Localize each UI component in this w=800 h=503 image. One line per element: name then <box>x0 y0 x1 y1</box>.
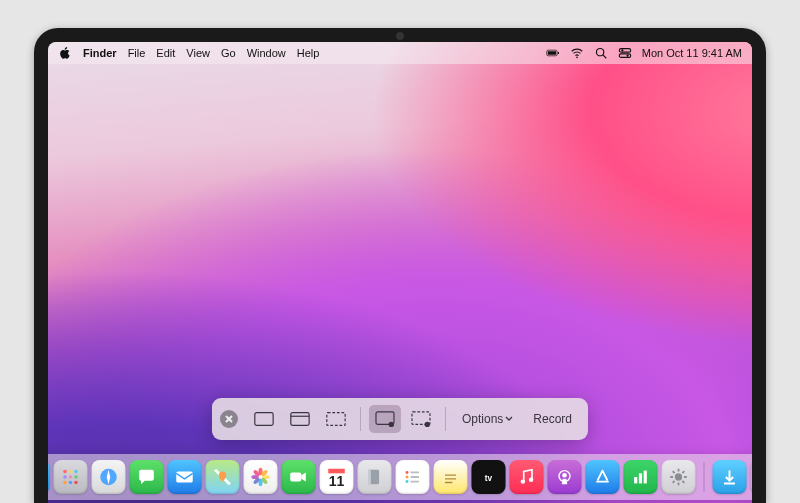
dock-trash[interactable] <box>751 460 753 494</box>
svg-rect-13 <box>291 413 309 426</box>
svg-point-8 <box>621 49 623 51</box>
dock-numbers[interactable] <box>624 460 658 494</box>
spotlight-icon[interactable] <box>594 46 608 60</box>
menubar-left: Finder FileEditViewGoWindowHelp <box>58 46 319 60</box>
svg-point-28 <box>74 475 78 479</box>
dock: 11tv <box>48 454 752 500</box>
dock-mail[interactable] <box>168 460 202 494</box>
screenshot-record-button[interactable]: Record <box>525 412 580 426</box>
camera-notch <box>396 32 404 40</box>
menubar-clock[interactable]: Mon Oct 11 9:41 AM <box>642 47 742 59</box>
laptop-frame: Finder FileEditViewGoWindowHelp Mon Oct … <box>34 28 766 503</box>
svg-point-23 <box>63 470 67 474</box>
svg-rect-12 <box>255 413 273 426</box>
menu-edit[interactable]: Edit <box>156 47 175 59</box>
svg-text:tv: tv <box>485 474 493 483</box>
menubar: Finder FileEditViewGoWindowHelp Mon Oct … <box>48 42 752 64</box>
record-label: Record <box>533 412 572 426</box>
svg-point-25 <box>74 470 78 474</box>
dock-notes[interactable] <box>434 460 468 494</box>
dock-downloads[interactable] <box>713 460 747 494</box>
svg-rect-7 <box>619 54 630 58</box>
svg-point-27 <box>69 475 73 479</box>
svg-rect-2 <box>547 51 555 55</box>
svg-point-58 <box>562 473 567 478</box>
svg-rect-60 <box>634 477 637 483</box>
wifi-icon[interactable] <box>570 46 584 60</box>
options-label: Options <box>462 412 503 426</box>
menu-window[interactable]: Window <box>247 47 286 59</box>
capture-entire-screen-button[interactable] <box>248 405 280 433</box>
menu-go[interactable]: Go <box>221 47 236 59</box>
svg-point-9 <box>626 54 628 56</box>
svg-point-57 <box>529 478 533 482</box>
screenshot-close-button[interactable] <box>220 410 238 428</box>
svg-point-4 <box>596 48 603 55</box>
svg-line-67 <box>682 481 684 483</box>
menubar-right: Mon Oct 11 9:41 AM <box>546 46 742 60</box>
dock-podcasts[interactable] <box>548 460 582 494</box>
dock-contacts[interactable] <box>358 460 392 494</box>
dock-reminders[interactable] <box>396 460 430 494</box>
toolbar-separator <box>360 407 361 431</box>
svg-point-56 <box>521 479 525 483</box>
svg-line-71 <box>673 471 675 473</box>
svg-rect-62 <box>644 471 647 484</box>
dock-music[interactable] <box>510 460 544 494</box>
dock-calendar[interactable]: 11 <box>320 460 354 494</box>
dock-settings[interactable] <box>662 460 696 494</box>
svg-rect-33 <box>176 472 193 483</box>
dock-maps[interactable] <box>206 460 240 494</box>
dock-tv[interactable]: tv <box>472 460 506 494</box>
svg-line-69 <box>673 481 675 483</box>
svg-rect-42 <box>290 472 301 481</box>
dock-messages[interactable] <box>130 460 164 494</box>
svg-rect-6 <box>619 49 630 53</box>
menu-view[interactable]: View <box>186 47 210 59</box>
svg-point-26 <box>63 475 67 479</box>
svg-rect-15 <box>327 413 345 426</box>
svg-point-24 <box>69 470 73 474</box>
dock-photos[interactable] <box>244 460 278 494</box>
svg-rect-1 <box>558 52 559 54</box>
dock-separator <box>704 462 705 492</box>
svg-line-65 <box>682 471 684 473</box>
dock-finder[interactable] <box>48 460 50 494</box>
apple-menu-icon[interactable] <box>58 46 72 60</box>
capture-window-button[interactable] <box>284 405 316 433</box>
svg-point-19 <box>425 422 430 427</box>
screenshot-options-button[interactable]: Options <box>454 412 521 426</box>
capture-selection-button[interactable] <box>320 405 352 433</box>
svg-point-29 <box>63 481 67 485</box>
dock-safari[interactable] <box>92 460 126 494</box>
svg-point-63 <box>675 473 682 480</box>
dock-facetime[interactable] <box>282 460 316 494</box>
svg-rect-61 <box>639 473 642 483</box>
svg-point-3 <box>576 57 578 59</box>
screenshot-toolbar: Options Record <box>212 398 588 440</box>
menu-help[interactable]: Help <box>297 47 320 59</box>
toolbar-separator <box>445 407 446 431</box>
svg-rect-45 <box>368 470 371 485</box>
menu-file[interactable]: File <box>128 47 146 59</box>
svg-line-5 <box>603 55 606 58</box>
menubar-app-name[interactable]: Finder <box>83 47 117 59</box>
dock-launchpad[interactable] <box>54 460 88 494</box>
record-entire-screen-button[interactable] <box>369 405 401 433</box>
screen: Finder FileEditViewGoWindowHelp Mon Oct … <box>48 42 752 503</box>
svg-point-46 <box>406 471 409 474</box>
battery-icon[interactable] <box>546 46 560 60</box>
svg-point-48 <box>406 480 409 483</box>
svg-point-30 <box>69 481 73 485</box>
record-selection-button[interactable] <box>405 405 437 433</box>
control-center-icon[interactable] <box>618 46 632 60</box>
chevron-down-icon <box>505 416 513 422</box>
svg-point-17 <box>389 422 394 427</box>
svg-point-47 <box>406 476 409 479</box>
dock-appstore[interactable] <box>586 460 620 494</box>
svg-point-31 <box>74 481 78 485</box>
